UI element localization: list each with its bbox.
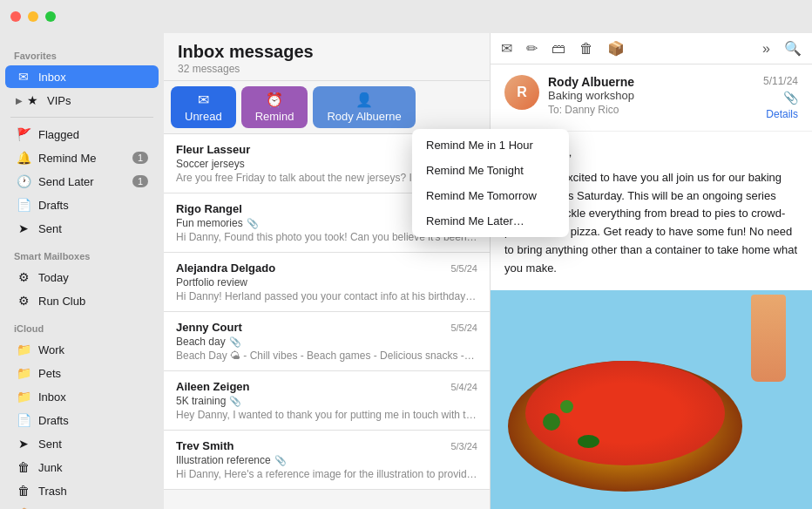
icloud-sent-icon: ➤ [16, 436, 31, 451]
dropdown-item-remind-tomorrow[interactable]: Remind Me Tomorrow [412, 183, 569, 208]
sidebar-label-drafts: Drafts [38, 199, 148, 212]
filter-remind-button[interactable]: ⏰ Remind [241, 86, 308, 128]
delete-icon[interactable]: 🗑 [579, 41, 593, 57]
remind-btn-icon: ⏰ [266, 92, 283, 108]
sidebar-item-icloud-sent[interactable]: ➤ Sent [5, 432, 159, 455]
sidebar: Favorites ✉ Inbox ▶ ★ VIPs 🚩 Flagged 🔔 R… [0, 33, 164, 509]
dropdown-item-remind-tonight[interactable]: Remind Me Tonight [412, 158, 569, 183]
sidebar-label-junk: Junk [38, 461, 148, 474]
list-item[interactable]: Trev Smith 5/3/24 Illustration reference… [164, 431, 490, 490]
panel-toolbar: ✉ Unread ⏰ Remind 👤 Rody Albuerne [164, 81, 490, 134]
pizza-image [491, 290, 812, 509]
archive-email-icon[interactable]: 🗃 [551, 41, 565, 57]
sidebar-label-inbox: Inbox [38, 71, 148, 84]
message-header: Aileen Zeigen 5/4/24 [176, 380, 477, 393]
new-message-icon[interactable]: ✉ [501, 40, 512, 57]
sidebar-label-flagged: Flagged [38, 128, 148, 141]
message-sender: Jenny Court [176, 321, 242, 334]
dropdown-item-remind-later[interactable]: Remind Me Later… [412, 208, 569, 234]
email-meta: Rody Albuerne Baking workshop To: Danny … [548, 75, 754, 116]
sidebar-label-work: Work [38, 343, 148, 356]
sidebar-label-remind: Remind Me [38, 152, 132, 165]
message-subject: 5K training 📎 [176, 395, 477, 407]
sidebar-item-flagged[interactable]: 🚩 Flagged [5, 123, 159, 146]
list-item[interactable]: Jenny Court 5/5/24 Beach day 📎 Beach Day… [164, 312, 490, 371]
move-icon[interactable]: 📦 [607, 40, 625, 57]
message-date: 5/5/24 [450, 263, 477, 274]
sidebar-label-vips: VIPs [47, 94, 148, 107]
list-item[interactable]: Alejandra Delgado 5/5/24 Portfolio revie… [164, 253, 490, 312]
message-header: Alejandra Delgado 5/5/24 [176, 261, 477, 275]
minimize-button[interactable] [28, 11, 38, 22]
details-link[interactable]: Details [766, 108, 798, 120]
dropdown-item-remind-1h[interactable]: Remind Me in 1 Hour [412, 132, 569, 158]
compose-icon[interactable]: ✏ [526, 40, 538, 57]
message-subject: Illustration reference 📎 [176, 454, 477, 466]
list-item[interactable]: Aileen Zeigen 5/4/24 5K training 📎 Hey D… [164, 371, 490, 431]
message-list-panel: Inbox messages 32 messages ✉ Unread ⏰ Re… [164, 33, 491, 509]
junk-icon: 🗑 [16, 459, 31, 475]
sidebar-item-icloud-drafts[interactable]: 📄 Drafts [5, 409, 159, 431]
sidebar-item-work[interactable]: 📁 Work [5, 338, 159, 361]
message-sender: Aileen Zeigen [176, 380, 250, 393]
panel-title: Inbox messages [178, 42, 476, 62]
sidebar-item-junk[interactable]: 🗑 Junk [5, 456, 159, 478]
message-sender: Alejandra Delgado [176, 261, 275, 275]
favorites-label: Favorites [0, 40, 164, 64]
sidebar-item-today[interactable]: ⚙ Today [5, 266, 159, 288]
email-toolbar: ✉ ✏ 🗃 🗑 📦 » 🔍 [491, 33, 812, 64]
remind-btn-label: Remind [255, 110, 294, 123]
search-icon[interactable]: 🔍 [784, 40, 802, 57]
sidebar-item-drafts[interactable]: 📄 Drafts [5, 193, 159, 216]
smart-mailboxes-label: Smart Mailboxes [0, 241, 164, 265]
sidebar-item-inbox[interactable]: ✉ Inbox [5, 65, 159, 88]
message-header: Trev Smith 5/3/24 [176, 439, 477, 452]
sidebar-item-run-club[interactable]: ⚙ Run Club [5, 289, 159, 312]
send-later-badge: 1 [132, 175, 148, 187]
message-preview: Hi Danny! Herland passed you your contac… [176, 290, 477, 302]
divider-1 [10, 117, 153, 118]
email-sender-name: Rody Albuerne [548, 75, 754, 89]
titlebar [0, 0, 812, 33]
remind-badge: 1 [132, 152, 148, 164]
panel-subtitle: 32 messages [178, 63, 476, 75]
close-button[interactable] [10, 11, 21, 22]
email-panel: ✉ ✏ 🗃 🗑 📦 » 🔍 R Rody Albuerne Baking wor… [491, 33, 812, 509]
remind-icon: 🔔 [16, 150, 31, 166]
sidebar-item-icloud-inbox[interactable]: 📁 Inbox [5, 385, 159, 408]
message-sender: Rigo Rangel [176, 202, 242, 215]
message-preview: Hi Danny, Here's a reference image for t… [176, 468, 477, 480]
sidebar-item-archive[interactable]: 📦 Archive [5, 503, 159, 509]
work-icon: 📁 [16, 342, 31, 357]
filter-unread-button[interactable]: ✉ Unread [171, 86, 236, 128]
app-body: Favorites ✉ Inbox ▶ ★ VIPs 🚩 Flagged 🔔 R… [0, 0, 812, 509]
maximize-button[interactable] [45, 11, 56, 22]
message-date: 5/4/24 [450, 382, 477, 392]
message-date: 5/5/24 [450, 322, 477, 333]
email-date: 5/11/24 [763, 75, 798, 87]
sidebar-item-sent[interactable]: ➤ Sent [5, 217, 159, 240]
icloud-label: iCloud [0, 313, 164, 337]
window-controls [10, 11, 56, 22]
vips-icon: ★ [24, 92, 40, 108]
attachment-paperclip-icon: 📎 [783, 91, 798, 105]
message-header: Jenny Court 5/5/24 [176, 321, 477, 334]
sidebar-label-trash: Trash [38, 485, 148, 498]
sidebar-item-trash[interactable]: 🗑 Trash [5, 479, 159, 502]
message-sender: Fleur Lasseur [176, 143, 250, 156]
rody-btn-icon: 👤 [355, 92, 373, 108]
sidebar-item-remind-me[interactable]: 🔔 Remind Me 1 [5, 146, 159, 169]
attachment-icon: 📎 [229, 336, 241, 348]
panel-header: Inbox messages 32 messages [164, 33, 490, 81]
sidebar-item-send-later[interactable]: 🕐 Send Later 1 [5, 170, 159, 193]
filter-rody-button[interactable]: 👤 Rody Albuerne [313, 86, 415, 128]
attachment-icon: 📎 [274, 455, 287, 466]
more-actions-icon[interactable]: » [762, 41, 770, 57]
drafts-icon: 📄 [16, 197, 31, 213]
sidebar-item-vips[interactable]: ▶ ★ VIPs [5, 89, 159, 112]
sidebar-item-pets[interactable]: 📁 Pets [5, 362, 159, 384]
drink-decoration [751, 295, 786, 382]
sidebar-label-pets: Pets [38, 367, 148, 380]
rody-btn-label: Rody Albuerne [327, 110, 401, 123]
sidebar-label-icloud-drafts: Drafts [38, 414, 148, 427]
